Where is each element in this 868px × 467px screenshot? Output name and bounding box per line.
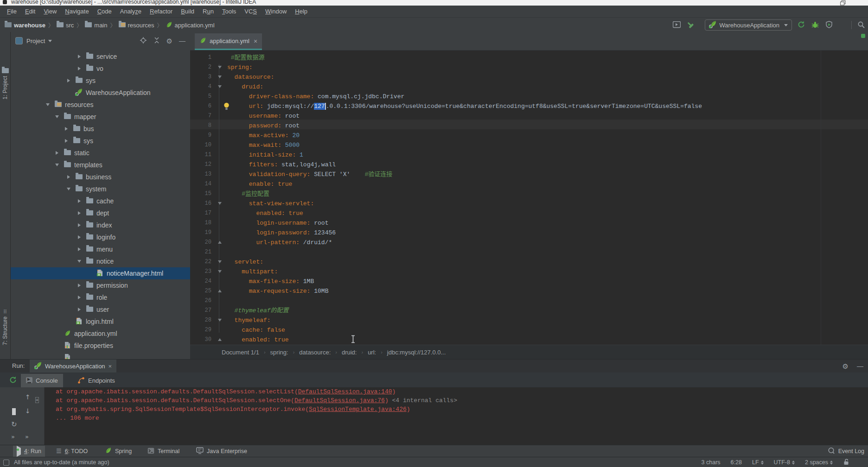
tree-right-arrow-icon[interactable] <box>76 284 82 287</box>
code-line-17[interactable]: enabled: true <box>227 208 868 218</box>
code-line-9[interactable]: max-active: 20 <box>227 131 868 140</box>
pause-button[interactable] <box>12 408 16 415</box>
fold-open-icon[interactable] <box>218 319 222 322</box>
menu-item-refactor[interactable]: Refactor <box>146 6 177 16</box>
status-utf-8[interactable]: UTF-8 <box>774 459 795 466</box>
tree-right-arrow-icon[interactable] <box>76 296 82 299</box>
menu-item-help[interactable]: Help <box>291 6 312 16</box>
tree-down-arrow-icon[interactable] <box>76 260 82 263</box>
tree-right-arrow-icon[interactable] <box>76 235 82 239</box>
tree-item-static[interactable]: static <box>11 147 190 159</box>
status-2-spaces[interactable]: 2 spaces <box>805 459 833 466</box>
code-line-14[interactable]: enable: true <box>227 179 868 189</box>
toolwindow-button-6-todo[interactable]: ☰6: TODO <box>52 446 91 457</box>
code-line-5[interactable]: driver-class-name: com.mysql.cj.jdbc.Dri… <box>227 92 868 101</box>
code-line-22[interactable]: servlet: <box>227 257 868 267</box>
tree-item-loginfo[interactable]: loginfo <box>11 231 190 243</box>
code-line-1[interactable]: #配置数据源 <box>227 53 868 63</box>
build-hammer-button[interactable] <box>686 21 694 28</box>
settings-button[interactable]: ⚙ <box>842 362 849 370</box>
code-line-4[interactable]: druid: <box>227 82 868 92</box>
toolwindow-button-java-enterprise[interactable]: Java Enterprise <box>192 446 251 457</box>
tree-item-dept[interactable]: dept <box>11 207 190 219</box>
fold-open-icon[interactable] <box>218 66 222 69</box>
stack-trace-link[interactable]: SqlSessionTemplate.java:426 <box>309 406 407 413</box>
tree-right-arrow-icon[interactable] <box>76 223 82 227</box>
tree-right-arrow-icon[interactable] <box>54 151 60 155</box>
fold-close-icon[interactable] <box>218 241 222 244</box>
breadcrumb-item-main[interactable]: main <box>85 22 107 29</box>
padlock-icon[interactable] <box>843 458 849 467</box>
expand-button[interactable]: » <box>11 433 15 440</box>
code-line-27[interactable]: #thymeleaf的配置 <box>227 306 868 316</box>
stripe-button-7-structure[interactable]: ⠿7: Structure <box>0 309 10 345</box>
stack-trace-line[interactable]: at org.apache.ibatis.session.defaults.De… <box>44 387 868 396</box>
locate-button[interactable] <box>140 37 147 44</box>
tree-item-business[interactable]: business <box>11 171 190 183</box>
tree-right-arrow-icon[interactable] <box>65 79 71 82</box>
project-panel-header[interactable]: Project ⚙— <box>11 32 190 50</box>
menu-item-navigate[interactable]: Navigate <box>61 6 93 16</box>
code-line-3[interactable]: datasource: <box>227 72 868 82</box>
fold-open-icon[interactable] <box>218 260 222 263</box>
code-line-21[interactable] <box>227 247 868 257</box>
collapse-all-button[interactable] <box>153 37 160 44</box>
menu-item-code[interactable]: Code <box>93 6 116 16</box>
editor-tab-application-yml[interactable]: application.yml × <box>195 33 262 50</box>
code-line-16[interactable]: stat-view-servlet: <box>227 199 868 208</box>
down-button[interactable]: ↓ <box>25 407 31 414</box>
preview-button[interactable] <box>673 21 681 28</box>
code-line-2[interactable]: spring: <box>227 63 868 72</box>
console-output[interactable]: at org.apache.ibatis.session.defaults.De… <box>44 387 868 445</box>
yaml-breadcrumb-item[interactable]: datasource: <box>299 349 331 356</box>
tree-right-arrow-icon[interactable] <box>63 139 69 143</box>
stack-trace-line[interactable]: at org.apache.ibatis.session.defaults.De… <box>44 396 868 405</box>
tree-right-arrow-icon[interactable] <box>76 67 82 70</box>
breadcrumb-item-application-yml[interactable]: application.yml <box>166 21 215 29</box>
run-view-tab-console[interactable]: ▶Console <box>21 374 63 387</box>
toolwindow-button-4-run[interactable]: 4: Run <box>13 446 45 457</box>
restart-button[interactable]: ↻ <box>11 421 17 428</box>
tree-right-arrow-icon[interactable] <box>76 55 82 58</box>
plus-box-button[interactable]: + <box>35 396 39 403</box>
tree-item-templates[interactable]: templates <box>11 159 190 171</box>
yaml-breadcrumb-item[interactable]: url: <box>368 349 376 356</box>
tree-item-notice[interactable]: notice <box>11 255 190 267</box>
tree-item-resources[interactable]: resources <box>11 99 190 111</box>
code-line-15[interactable]: #监控配置 <box>227 189 868 199</box>
tree-right-arrow-icon[interactable] <box>63 127 69 131</box>
title-bar[interactable]: warehouse [G:\study\warehouse] - ...\src… <box>0 0 868 6</box>
tree-right-arrow-icon[interactable] <box>76 199 82 203</box>
tree-item-permission[interactable]: permission <box>11 279 190 291</box>
tree-item-cache[interactable]: cache <box>11 195 190 207</box>
code-line-10[interactable]: max-wait: 5000 <box>227 140 868 150</box>
code-line-26[interactable] <box>227 296 868 306</box>
menu-item-edit[interactable]: Edit <box>21 6 39 16</box>
hide-button[interactable]: — <box>857 362 863 370</box>
stack-trace-line[interactable]: ... 106 more <box>44 414 868 423</box>
tree-item-user[interactable]: user <box>11 303 190 316</box>
editor-gutter[interactable]: 1234567891011121314151617181920212223242… <box>190 50 227 345</box>
stack-trace-line[interactable]: at org.mybatis.spring.SqlSessionTemplate… <box>44 405 868 414</box>
tree-item-sys[interactable]: sys <box>11 75 190 87</box>
status-lf[interactable]: LF <box>752 459 764 466</box>
tree-item-application-yml[interactable]: application.yml <box>11 328 190 340</box>
yaml-breadcrumb-item[interactable]: jdbc:mysql://127.0.0... <box>387 349 446 356</box>
code-line-6[interactable]: url: jdbc:mysql://127.0.0.1:3306/warehou… <box>227 101 868 111</box>
yaml-breadcrumb-item[interactable]: Document 1/1 <box>222 349 259 356</box>
code-line-13[interactable]: validation-query: SELECT 'X' #验证连接 <box>227 170 868 179</box>
hide-button[interactable]: — <box>179 37 185 44</box>
coverage-button[interactable] <box>825 21 833 28</box>
fold-open-icon[interactable] <box>218 85 222 88</box>
tree-right-arrow-icon[interactable] <box>76 308 82 311</box>
menu-item-run[interactable]: Run <box>198 6 218 16</box>
tree-item[interactable] <box>11 352 190 359</box>
tree-right-arrow-icon[interactable] <box>76 247 82 251</box>
code-line-28[interactable]: thymeleaf: <box>227 316 868 325</box>
tree-item-warehouseapplication[interactable]: WarehouseApplication <box>11 87 190 99</box>
event-log-button[interactable]: Event Log <box>828 446 864 457</box>
tree-item-system[interactable]: system <box>11 183 190 195</box>
menu-item-view[interactable]: View <box>39 6 61 16</box>
code-line-19[interactable]: login-password: 123456 <box>227 228 868 238</box>
breadcrumb-item-warehouse[interactable]: warehouse <box>5 22 45 29</box>
